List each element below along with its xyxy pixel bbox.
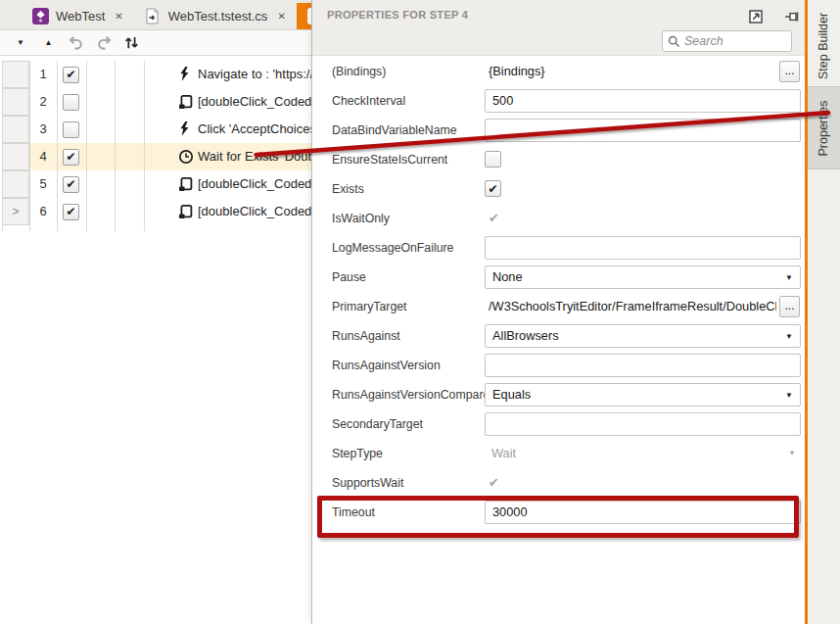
grid-column-line: [144, 61, 145, 231]
property-row-steptype: StepTypeWait▼: [312, 439, 806, 468]
lightning-icon: [178, 67, 194, 82]
coded-step-icon: [178, 94, 194, 110]
property-row-logmessageonfailure: LogMessageOnFailure: [312, 233, 806, 263]
row-selector[interactable]: [2, 170, 29, 198]
property-label: CheckInterval: [332, 86, 405, 116]
property-row-iswaitonly: IsWaitOnly✔: [312, 204, 806, 233]
property-checkbox-disabled: ✔: [485, 473, 503, 492]
property-textbox[interactable]: 500: [485, 89, 801, 113]
step-description[interactable]: Navigate to : 'https://w: [198, 61, 311, 88]
row-number: 3: [29, 116, 57, 143]
step-description[interactable]: [doubleClick_CodedSt: [198, 88, 311, 116]
property-textbox[interactable]: [485, 412, 801, 436]
property-checkbox[interactable]: ✔: [485, 180, 501, 197]
property-label: PrimaryTarget: [332, 292, 407, 321]
properties-panel-title: PROPERTIES FOR STEP 4: [327, 9, 468, 21]
property-textbox[interactable]: [485, 236, 801, 260]
property-dropdown[interactable]: AllBrowsers▼: [485, 324, 801, 348]
step-enabled-checkbox[interactable]: ✔: [63, 67, 79, 83]
step-description[interactable]: Wait for Exists 'Double: [198, 143, 311, 170]
step-description[interactable]: Click 'AcceptChoicesD: [198, 116, 311, 143]
redo-icon[interactable]: [91, 30, 117, 55]
property-row--bindings-: (Bindings){Bindings}...: [312, 57, 806, 86]
property-row-runsagainstversioncompare: RunsAgainstVersionCompareEquals▼: [312, 380, 806, 409]
property-dropdown[interactable]: Equals▼: [485, 383, 801, 407]
window-position-icon[interactable]: [747, 8, 765, 25]
tab-label: WebTest: [56, 9, 105, 24]
move-up-icon[interactable]: ▲: [35, 30, 61, 55]
row-selector[interactable]: [2, 88, 29, 116]
grid-left-border: [2, 61, 3, 231]
property-label: Pause: [332, 263, 366, 292]
property-row-databindvariablename: DataBindVariableName: [312, 116, 806, 145]
side-tab-strip: Step Builder Properties: [808, 0, 840, 624]
step-enabled-checkbox[interactable]: ✔: [63, 149, 79, 166]
dropdown-arrow-icon: ▼: [785, 266, 793, 289]
side-tab-properties[interactable]: Properties: [808, 86, 840, 169]
step-enabled-checkbox[interactable]: ✔: [63, 204, 79, 220]
property-row-runsagainst: RunsAgainstAllBrowsers▼: [312, 321, 806, 351]
property-label: SupportsWait: [332, 468, 403, 498]
search-icon: [668, 35, 680, 48]
row-number: 2: [29, 88, 57, 116]
property-label: LogMessageOnFailure: [332, 233, 453, 263]
editor-tab-webtest-tstest-cs[interactable]: WebTest.tstest.cs✕: [134, 3, 297, 29]
steps-grid: 1✔Navigate to : 'https://w2[doubleClick_…: [0, 56, 311, 624]
step-enabled-checkbox[interactable]: [63, 121, 79, 138]
pin-icon[interactable]: [782, 8, 800, 25]
dropdown-arrow-icon: ▼: [785, 384, 793, 407]
row-selector[interactable]: >: [2, 198, 29, 225]
step-enabled-checkbox[interactable]: [63, 94, 79, 111]
ellipsis-button[interactable]: ...: [779, 61, 800, 82]
dropdown-arrow-icon: ▼: [785, 325, 793, 348]
properties-search-box: [662, 30, 792, 52]
property-label: (Bindings): [332, 57, 386, 86]
property-label: RunsAgainstVersionCompare: [332, 380, 490, 409]
property-row-pause: PauseNone▼: [312, 263, 806, 292]
file-icon: [145, 8, 162, 24]
row-number: 1: [29, 61, 57, 88]
property-label: EnsureStateIsCurrent: [332, 145, 447, 174]
property-value: /W3SchoolsTryitEditor/FrameIframeResult/…: [489, 292, 776, 321]
step-enabled-checkbox[interactable]: ✔: [63, 176, 79, 193]
dropdown-value: None: [492, 269, 523, 284]
property-label: SecondaryTarget: [332, 409, 423, 439]
annotation-highlight-rectangle: [317, 496, 799, 538]
reorder-steps-icon[interactable]: [119, 30, 145, 55]
close-icon[interactable]: ✕: [115, 11, 122, 22]
property-label: RunsAgainstVersion: [332, 351, 441, 380]
row-selector[interactable]: [2, 61, 29, 88]
property-dropdown[interactable]: None▼: [485, 265, 801, 289]
dropdown-value: AllBrowsers: [492, 328, 559, 343]
property-checkbox[interactable]: [485, 151, 501, 168]
ellipsis-button[interactable]: ...: [779, 296, 800, 317]
move-down-icon[interactable]: ▼: [8, 30, 33, 55]
grid-column-line: [29, 61, 30, 231]
search-input[interactable]: [684, 34, 786, 48]
step-description[interactable]: [doubleClick_CodedSt: [198, 198, 311, 225]
close-icon[interactable]: ✕: [277, 11, 285, 22]
telerik-purple-icon: [32, 8, 49, 24]
step-description[interactable]: [doubleClick_CodedSt: [198, 170, 311, 198]
property-row-runsagainstversion: RunsAgainstVersion: [312, 351, 806, 380]
property-row-checkinterval: CheckInterval500: [312, 86, 806, 116]
property-textbox[interactable]: [485, 119, 801, 142]
lightning-icon: [178, 121, 194, 137]
side-tab-step-builder[interactable]: Step Builder: [808, 6, 840, 86]
property-value: {Bindings}: [489, 57, 776, 86]
dropdown-arrow-icon: ▼: [788, 439, 796, 468]
property-row-supportswait: SupportsWait✔: [312, 468, 806, 498]
property-row-secondarytarget: SecondaryTarget: [312, 409, 806, 439]
row-number: 6: [29, 198, 57, 225]
dropdown-value: Equals: [492, 387, 531, 402]
undo-icon[interactable]: [64, 30, 89, 55]
clock-icon: [178, 149, 194, 165]
editor-tab-webtest[interactable]: WebTest✕: [22, 3, 134, 29]
property-row-exists: Exists✔: [312, 174, 806, 204]
row-selector[interactable]: [2, 143, 29, 170]
row-selector[interactable]: [2, 116, 29, 143]
tab-label: WebTest.tstest.cs: [168, 9, 268, 24]
property-label: Exists: [332, 174, 364, 204]
property-textbox[interactable]: [485, 354, 801, 377]
coded-step-icon: [178, 176, 194, 192]
